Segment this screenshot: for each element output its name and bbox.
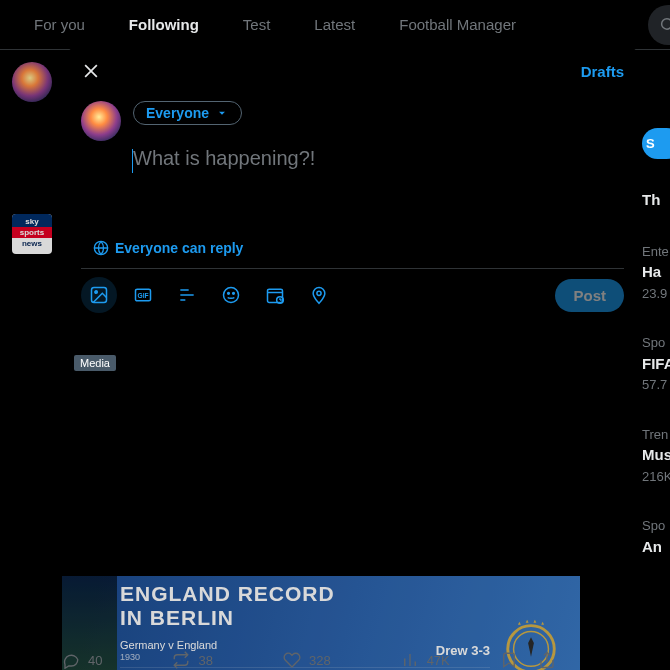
views-count: 47K	[427, 653, 450, 668]
card-title-line1: ENGLAND RECORD	[120, 582, 335, 605]
close-icon	[81, 61, 101, 81]
tab-for-you[interactable]: For you	[18, 0, 101, 50]
repost-action[interactable]: 38	[172, 651, 212, 669]
post-button[interactable]: Post	[555, 279, 624, 312]
like-action[interactable]: 328	[283, 651, 331, 669]
svg-marker-5	[526, 620, 529, 623]
compose-input[interactable]: What is happening?!	[133, 147, 624, 170]
trend-item[interactable]: SpoFIFA57.7	[642, 333, 670, 395]
chevron-down-icon	[215, 106, 229, 120]
repost-icon	[172, 651, 190, 669]
tab-football-manager[interactable]: Football Manager	[383, 0, 532, 50]
poll-icon	[177, 285, 197, 305]
svg-point-0	[662, 19, 670, 30]
avatar[interactable]	[12, 62, 52, 102]
whats-happening-heading: Th	[642, 191, 660, 208]
search-button[interactable]	[648, 5, 670, 45]
media-button[interactable]	[81, 277, 117, 313]
emoji-icon	[221, 285, 241, 305]
feed-tabs: For you Following Test Latest Football M…	[0, 0, 670, 50]
sky-sports-avatar[interactable]: skysportsnews	[12, 214, 52, 254]
repost-count: 38	[198, 653, 212, 668]
views-action[interactable]: 47K	[401, 651, 450, 669]
right-sidebar: S Th EnteHa23.9SpoFIFA57.7TrenMus216KSpo…	[642, 58, 670, 558]
trend-item[interactable]: TrenMus216K	[642, 425, 670, 487]
reply-count: 40	[88, 653, 102, 668]
svg-marker-4	[518, 622, 521, 625]
svg-point-29	[95, 291, 98, 294]
tab-following[interactable]: Following	[113, 0, 215, 50]
audience-label: Everyone	[146, 105, 209, 121]
compose-avatar[interactable]	[81, 101, 121, 141]
emoji-button[interactable]	[213, 277, 249, 313]
reply-action[interactable]: 40	[62, 651, 102, 669]
close-button[interactable]	[81, 61, 101, 81]
svg-point-43	[317, 291, 321, 295]
reply-settings[interactable]: Everyone can reply	[65, 240, 640, 268]
card-title-line2: IN BERLIN	[120, 606, 234, 629]
globe-icon	[93, 240, 109, 256]
trend-item[interactable]: EnteHa23.9	[642, 242, 670, 304]
share-action[interactable]	[538, 651, 556, 669]
views-icon	[401, 651, 419, 669]
audience-selector[interactable]: Everyone	[133, 101, 242, 125]
svg-point-35	[224, 288, 239, 303]
search-icon	[659, 16, 670, 34]
tweet-actions: 40 38 328 47K	[0, 637, 556, 669]
subscribe-button[interactable]: S	[642, 128, 670, 159]
compose-toolbar: GIF Post	[65, 269, 640, 321]
reply-icon	[62, 651, 80, 669]
bookmark-action[interactable]	[500, 651, 518, 669]
svg-point-37	[233, 293, 235, 295]
drafts-link[interactable]: Drafts	[581, 63, 624, 80]
share-icon	[538, 651, 556, 669]
poll-button[interactable]	[169, 277, 205, 313]
location-icon	[309, 285, 329, 305]
svg-marker-7	[541, 622, 544, 625]
schedule-icon	[265, 285, 285, 305]
image-icon	[89, 285, 109, 305]
gif-button[interactable]: GIF	[125, 277, 161, 313]
gif-icon: GIF	[133, 285, 153, 305]
bookmark-icon	[500, 651, 518, 669]
heart-icon	[283, 651, 301, 669]
trend-item[interactable]: SpoAn	[642, 516, 670, 558]
media-tooltip: Media	[74, 355, 116, 371]
schedule-button[interactable]	[257, 277, 293, 313]
reply-settings-label: Everyone can reply	[115, 240, 243, 256]
svg-point-36	[228, 293, 230, 295]
location-button[interactable]	[301, 277, 337, 313]
like-count: 328	[309, 653, 331, 668]
compose-modal: Drafts Everyone What is happening?! Ever…	[65, 45, 640, 360]
tab-latest[interactable]: Latest	[298, 0, 371, 50]
svg-text:GIF: GIF	[137, 292, 148, 299]
tab-test[interactable]: Test	[227, 0, 287, 50]
svg-marker-6	[533, 620, 536, 623]
